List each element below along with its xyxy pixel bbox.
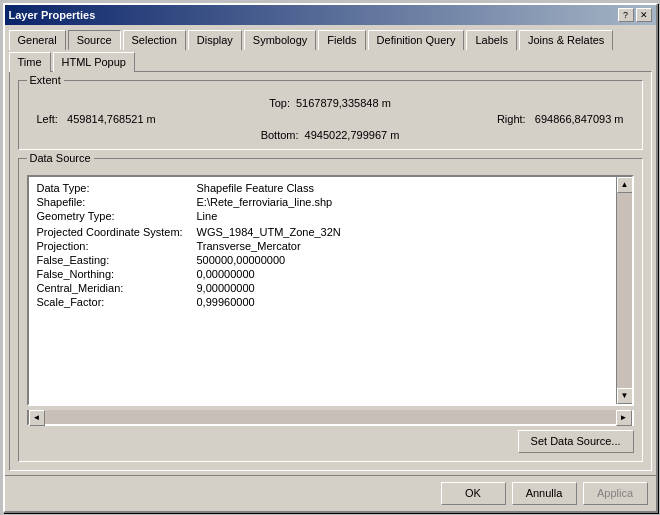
close-button[interactable]: ✕ (636, 8, 652, 22)
extent-top: Top: 5167879,335848 m (27, 97, 634, 109)
vertical-scrollbar[interactable]: ▲ ▼ (616, 177, 632, 404)
data-key: Scale_Factor: (33, 295, 193, 309)
data-key: Shapefile: (33, 195, 193, 209)
extent-right-row: Right: 694866,847093 m (497, 113, 624, 125)
data-value: E:\Rete_ferroviaria_line.shp (193, 195, 612, 209)
cancel-button[interactable]: Annulla (512, 482, 577, 505)
tabs-row: General Source Selection Display Symbolo… (5, 25, 656, 71)
scroll-track-vertical[interactable] (617, 193, 632, 388)
data-key: Geometry Type: (33, 209, 193, 223)
table-row: Data Type:Shapefile Feature Class (33, 181, 612, 195)
tab-definition-query[interactable]: Definition Query (368, 30, 465, 50)
tab-source[interactable]: Source (68, 30, 121, 50)
set-data-btn-row: Set Data Source... (27, 430, 634, 453)
tab-joins-relates[interactable]: Joins & Relates (519, 30, 613, 50)
tab-labels[interactable]: Labels (466, 30, 516, 50)
extent-right-value: 694866,847093 m (535, 113, 624, 125)
tab-selection[interactable]: Selection (123, 30, 186, 50)
extent-middle: Left: 459814,768521 m Right: 694866,8470… (27, 113, 634, 125)
table-row: Shapefile:E:\Rete_ferroviaria_line.shp (33, 195, 612, 209)
scroll-track-horizontal[interactable] (45, 410, 616, 424)
tab-html-popup[interactable]: HTML Popup (53, 52, 135, 72)
extent-top-value: 5167879,335848 m (296, 97, 391, 109)
scroll-up-button[interactable]: ▲ (617, 177, 633, 193)
data-value: Line (193, 209, 612, 223)
extent-bottom-value: 4945022,799967 m (305, 129, 400, 141)
set-data-source-button[interactable]: Set Data Source... (518, 430, 634, 453)
window-title: Layer Properties (9, 9, 96, 21)
data-source-group-label: Data Source (27, 152, 94, 164)
data-value: WGS_1984_UTM_Zone_32N (193, 225, 612, 239)
tab-symbology[interactable]: Symbology (244, 30, 316, 50)
table-row: Scale_Factor:0,99960000 (33, 295, 612, 309)
data-key: Data Type: (33, 181, 193, 195)
table-row: Central_Meridian:9,00000000 (33, 281, 612, 295)
data-value: 0,00000000 (193, 267, 612, 281)
table-row: Projection:Transverse_Mercator (33, 239, 612, 253)
extent-left-label: Left: (37, 113, 58, 125)
title-bar: Layer Properties ? ✕ (5, 5, 656, 25)
scroll-down-button[interactable]: ▼ (617, 388, 633, 404)
apply-button[interactable]: Applica (583, 482, 648, 505)
tab-general[interactable]: General (9, 30, 66, 50)
data-key: False_Easting: (33, 253, 193, 267)
extent-bottom: Bottom: 4945022,799967 m (27, 129, 634, 141)
data-value: 0,99960000 (193, 295, 612, 309)
table-row: Projected Coordinate System:WGS_1984_UTM… (33, 225, 612, 239)
title-bar-buttons: ? ✕ (618, 8, 652, 22)
data-value: 500000,00000000 (193, 253, 612, 267)
data-key: False_Northing: (33, 267, 193, 281)
table-row: False_Easting:500000,00000000 (33, 253, 612, 267)
data-value: Shapefile Feature Class (193, 181, 612, 195)
dialog-footer: OK Annulla Applica (5, 475, 656, 511)
data-key: Central_Meridian: (33, 281, 193, 295)
extent-right-label: Right: (497, 113, 526, 125)
data-value: 9,00000000 (193, 281, 612, 295)
scroll-left-button[interactable]: ◄ (29, 410, 45, 426)
data-key: Projected Coordinate System: (33, 225, 193, 239)
extent-bottom-label: Bottom: (261, 129, 299, 141)
data-source-scroll-area[interactable]: Data Type:Shapefile Feature ClassShapefi… (27, 175, 634, 406)
data-value: Transverse_Mercator (193, 239, 612, 253)
table-row: False_Northing:0,00000000 (33, 267, 612, 281)
data-source-inner: Data Type:Shapefile Feature ClassShapefi… (29, 177, 616, 404)
tab-content: Extent Top: 5167879,335848 m Left: 45981… (9, 71, 652, 471)
tab-time[interactable]: Time (9, 52, 51, 72)
extent-group: Extent Top: 5167879,335848 m Left: 45981… (18, 80, 643, 150)
extent-left-row: Left: 459814,768521 m (37, 113, 156, 125)
ok-button[interactable]: OK (441, 482, 506, 505)
table-row: Geometry Type:Line (33, 209, 612, 223)
horizontal-scrollbar-row[interactable]: ◄ ► (27, 410, 634, 426)
data-source-table: Data Type:Shapefile Feature ClassShapefi… (33, 181, 612, 309)
data-source-group: Data Source Data Type:Shapefile Feature … (18, 158, 643, 462)
tab-fields[interactable]: Fields (318, 30, 365, 50)
extent-left-value: 459814,768521 m (67, 113, 156, 125)
data-key: Projection: (33, 239, 193, 253)
help-button[interactable]: ? (618, 8, 634, 22)
layer-properties-dialog: Layer Properties ? ✕ General Source Sele… (3, 3, 658, 513)
scroll-right-button[interactable]: ► (616, 410, 632, 426)
extent-top-label: Top: (269, 97, 290, 109)
tab-display[interactable]: Display (188, 30, 242, 50)
extent-group-label: Extent (27, 74, 64, 86)
